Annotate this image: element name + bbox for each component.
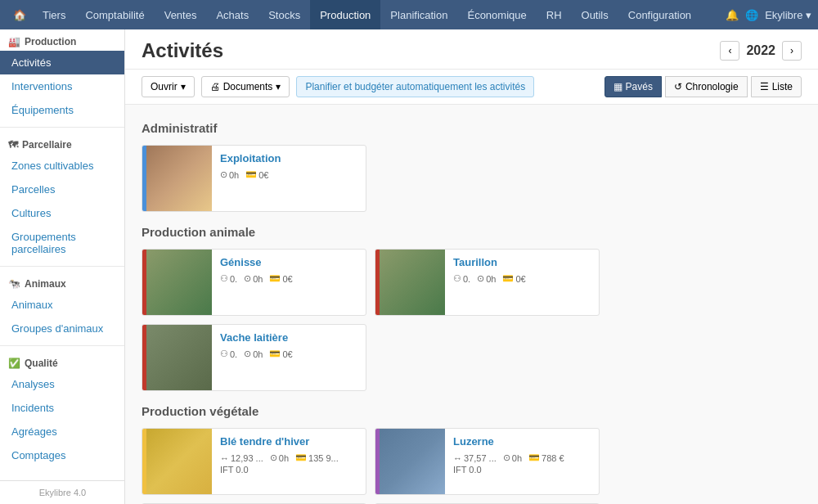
animaux-icon: 🐄	[8, 278, 20, 290]
card-image-taurillon	[380, 250, 445, 315]
planifier-button[interactable]: Planifier et budgéter automatiquement le…	[296, 76, 534, 97]
nav-production[interactable]: Production	[310, 0, 380, 29]
card-stat-people: ⚇ 0.	[453, 273, 470, 284]
card-title-genisse[interactable]: Génisse	[220, 256, 357, 268]
dropdown-arrow-icon: ▾	[276, 81, 281, 92]
card-stats-vache: ⚇ 0. ⊙ 0h 💳 0€	[220, 349, 357, 359]
card-body-luzerne: Luzerne ↔ 37,57 ... ⊙ 0h 💳	[445, 429, 599, 494]
print-icon: 🖨	[210, 81, 220, 92]
section-title-vegetale: Production végétale	[142, 404, 802, 418]
card-stat-money: 💳 0€	[502, 273, 525, 284]
money-icon: 💳	[502, 273, 514, 284]
card-body-exploitation: Exploitation ⊙ 0h 💳 0€	[212, 146, 366, 211]
globe-icon[interactable]: 🌐	[745, 9, 758, 21]
card-stats-ble: ↔ 12,93 ... ⊙ 0h 💳 135 9...	[220, 452, 357, 463]
page-title: Activités	[142, 39, 223, 62]
money-icon: 💳	[245, 169, 257, 180]
sidebar-divider-3	[0, 345, 124, 346]
card-stat-money: 💳 0€	[245, 169, 268, 180]
nav-comptabilite[interactable]: Comptabilité	[75, 0, 154, 29]
sidebar-item-groupes-animaux[interactable]: Groupes d'animaux	[0, 317, 124, 340]
sidebar-item-incidents[interactable]: Incidents	[0, 396, 124, 420]
notification-bell[interactable]: 🔔	[726, 9, 739, 21]
toolbar-right: ▦ Pavés ↺ Chronologie ☰ Liste	[605, 76, 802, 97]
sidebar-item-activites[interactable]: Activités	[0, 51, 124, 74]
time-icon: ⊙	[244, 349, 251, 359]
nav-ventes[interactable]: Ventes	[155, 0, 207, 29]
chronologie-icon: ↺	[674, 81, 682, 92]
sidebar-item-parcelles[interactable]: Parcelles	[0, 178, 124, 201]
money-icon: 💳	[528, 452, 540, 463]
card-stat-area: ↔ 37,57 ...	[453, 452, 497, 463]
sidebar-divider-2	[0, 266, 124, 267]
ouvrir-button[interactable]: Ouvrir	[142, 76, 195, 97]
sidebar-item-interventions[interactable]: Interventions	[0, 74, 124, 98]
sidebar-item-comptages[interactable]: Comptages	[0, 443, 124, 467]
area-icon: ↔	[453, 453, 462, 463]
view-liste-button[interactable]: ☰ Liste	[751, 76, 802, 97]
sidebar-section-parcellaire: 🗺 Parcellaire	[0, 133, 124, 154]
people-icon: ⚇	[220, 273, 228, 284]
card-image-exploitation	[146, 146, 212, 211]
content-area: Administratif Exploitation ⊙ 0h �	[125, 105, 818, 504]
card-body-vache: Vache laitière ⚇ 0. ⊙ 0h 💳	[212, 325, 366, 390]
view-chronologie-button[interactable]: ↺ Chronologie	[665, 76, 748, 97]
card-stats-exploitation: ⊙ 0h 💳 0€	[220, 169, 357, 180]
sidebar-item-zones[interactable]: Zones cultivables	[0, 154, 124, 178]
top-navigation: 🏠 Tiers Comptabilité Ventes Achats Stock…	[0, 0, 818, 29]
sidebar-item-analyses[interactable]: Analyses	[0, 372, 124, 396]
sidebar-item-agreages[interactable]: Agréages	[0, 420, 124, 443]
card-image-genisse	[146, 250, 212, 315]
view-paves-button[interactable]: ▦ Pavés	[605, 76, 662, 97]
nav-stocks[interactable]: Stocks	[258, 0, 310, 29]
toolbar-left: Ouvrir 🖨 Documents ▾ Planifier et budgét…	[142, 76, 534, 97]
parcellaire-icon: 🗺	[8, 139, 18, 151]
card-body-genisse: Génisse ⚇ 0. ⊙ 0h 💳	[212, 250, 366, 315]
card-stat-money: 💳 0€	[269, 273, 292, 284]
sidebar: 🏭 Production Activités Interventions Équ…	[0, 29, 125, 504]
home-button[interactable]: 🏠	[7, 9, 33, 21]
qualite-icon: ✅	[8, 358, 20, 369]
card-genisse: Génisse ⚇ 0. ⊙ 0h 💳	[142, 249, 366, 316]
documents-button[interactable]: 🖨 Documents ▾	[201, 76, 290, 97]
liste-icon: ☰	[760, 81, 769, 92]
toolbar: Ouvrir 🖨 Documents ▾ Planifier et budgét…	[125, 70, 818, 105]
nav-outils[interactable]: Outils	[572, 0, 618, 29]
year-next-button[interactable]: ›	[782, 41, 802, 61]
card-stat-time: ⊙ 0h	[244, 273, 263, 284]
nav-tiers[interactable]: Tiers	[33, 0, 75, 29]
card-title-luzerne[interactable]: Luzerne	[453, 435, 591, 448]
people-icon: ⚇	[453, 273, 461, 284]
card-stat-time: ⊙ 0h	[270, 452, 289, 463]
people-icon: ⚇	[220, 349, 228, 359]
nav-rh[interactable]: RH	[537, 0, 572, 29]
sidebar-item-animaux[interactable]: Animaux	[0, 293, 124, 317]
card-title-taurillon[interactable]: Taurillon	[453, 256, 591, 268]
card-title-vache[interactable]: Vache laitière	[220, 331, 357, 344]
sidebar-item-cultures[interactable]: Cultures	[0, 201, 124, 225]
sidebar-item-groupements[interactable]: Groupements parcellaires	[0, 225, 124, 261]
nav-right: 🔔 🌐 Ekylibre ▾	[726, 9, 811, 21]
card-exploitation: Exploitation ⊙ 0h 💳 0€	[142, 145, 366, 212]
card-stat-money: 💳 788 €	[528, 452, 564, 463]
nav-planification[interactable]: Planification	[380, 0, 457, 29]
sidebar-section-production: 🏭 Production	[0, 29, 124, 51]
card-stats-taurillon: ⚇ 0. ⊙ 0h 💳 0€	[453, 273, 591, 284]
sidebar-item-equipements[interactable]: Équipements	[0, 98, 124, 122]
card-ift-luzerne: IFT 0.0	[453, 465, 591, 475]
card-ble: Blé tendre d'hiver ↔ 12,93 ... ⊙ 0h	[142, 428, 366, 495]
user-menu[interactable]: Ekylibre ▾	[765, 9, 811, 21]
card-luzerne: Luzerne ↔ 37,57 ... ⊙ 0h 💳	[375, 428, 600, 495]
card-stats-luzerne: ↔ 37,57 ... ⊙ 0h 💳 788 €	[453, 452, 591, 463]
card-stat-time: ⊙ 0h	[503, 452, 522, 463]
nav-achats[interactable]: Achats	[206, 0, 258, 29]
card-title-ble[interactable]: Blé tendre d'hiver	[220, 435, 357, 448]
nav-items: Tiers Comptabilité Ventes Achats Stocks …	[33, 0, 726, 29]
nav-economique[interactable]: Économique	[457, 0, 536, 29]
nav-configuration[interactable]: Configuration	[618, 0, 701, 29]
time-icon: ⊙	[270, 452, 277, 463]
year-prev-button[interactable]: ‹	[720, 41, 739, 61]
money-icon: 💳	[269, 273, 281, 284]
card-title-exploitation[interactable]: Exploitation	[220, 152, 357, 164]
time-icon: ⊙	[244, 273, 251, 284]
